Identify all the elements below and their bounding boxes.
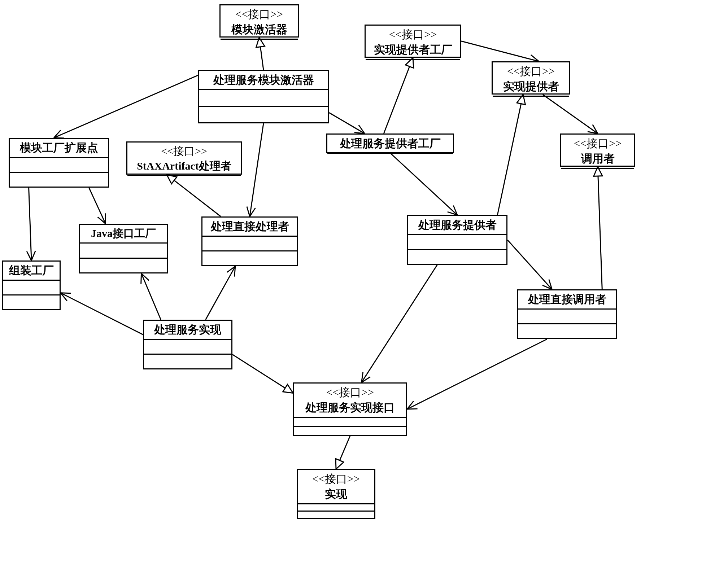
- class-name: 处理服务模块激活器: [202, 73, 325, 88]
- class-name: 调用者: [564, 151, 631, 166]
- edge-line: [362, 375, 367, 382]
- edge-line: [206, 275, 231, 320]
- edge-line: [141, 273, 145, 282]
- edge-line: [357, 129, 365, 133]
- class-name: 模块激活器: [223, 22, 295, 37]
- edge-line: [598, 176, 602, 289]
- uml-head: 处理直接调用者: [518, 290, 616, 310]
- arrow-assoc: [247, 207, 250, 216]
- uml-impl_provider_factory: <<接口>>实现提供者工厂: [365, 25, 461, 58]
- edge-line: [145, 282, 161, 320]
- edge-line: [62, 75, 198, 134]
- class-name: 实现: [301, 487, 371, 502]
- uml-java_interface_factory: Java接口工厂: [79, 224, 168, 273]
- uml-assembly_factory: 组装工厂: [2, 260, 61, 310]
- stereotype-label: <<接口>>: [301, 472, 371, 487]
- uml-head: 处理服务提供者: [408, 216, 506, 235]
- arrow-assoc: [235, 266, 235, 277]
- arrow-assoc: [141, 273, 141, 284]
- arrow-assoc: [61, 293, 67, 301]
- arrow-assoc: [448, 212, 457, 215]
- attributes: [144, 340, 231, 355]
- edge-line: [251, 123, 263, 207]
- edge-line: [415, 339, 547, 405]
- uml-head: 处理服务提供者工厂: [327, 135, 453, 154]
- operations: [298, 512, 374, 518]
- operations: [10, 173, 108, 187]
- uml-diagram: <<接口>>模块激活器<<接口>>实现提供者工厂<<接口>>实现提供者<<接口>…: [0, 0, 728, 565]
- attributes: [298, 504, 374, 512]
- edge-line: [546, 282, 552, 289]
- uml-module_factory_ext_point: 模块工厂扩展点: [9, 138, 109, 188]
- arrow-assoc: [54, 130, 61, 138]
- class-name: 处理服务提供者工厂: [330, 136, 450, 151]
- uml-head: 模块工厂扩展点: [10, 139, 108, 158]
- edge-line: [174, 180, 221, 216]
- arrow-assoc: [531, 55, 539, 61]
- uml-head: <<接口>>实现提供者: [493, 62, 569, 97]
- class-name: 处理服务实现: [147, 322, 228, 337]
- uml-head: <<接口>>实现: [298, 470, 374, 504]
- uml-module_activator: <<接口>>模块激活器: [219, 4, 299, 38]
- arrow-assoc: [227, 266, 235, 272]
- stereotype-label: <<接口>>: [130, 144, 238, 159]
- operations: [202, 251, 297, 265]
- edge-line: [407, 405, 415, 409]
- uml-process_service_impl: 处理服务实现: [143, 320, 232, 369]
- uml-process_service_provider_factory: 处理服务提供者工厂: [326, 133, 454, 153]
- uml-head: 处理服务模块激活器: [199, 71, 328, 90]
- attributes: [3, 281, 60, 295]
- attributes: [199, 90, 328, 107]
- uml-process_direct_processor: 处理直接处理者: [201, 216, 298, 266]
- edge-line: [390, 153, 450, 209]
- uml-head: <<接口>>模块激活器: [221, 5, 298, 40]
- class-name: Java接口工厂: [83, 226, 164, 241]
- uml-head: <<接口>>StAXArtifact处理者: [127, 143, 241, 176]
- edge-line: [231, 266, 235, 275]
- arrow-assoc: [453, 206, 457, 215]
- attributes: [80, 244, 167, 259]
- arrow-assoc: [362, 372, 363, 382]
- stereotype-label: <<接口>>: [369, 27, 457, 42]
- attributes: [518, 310, 616, 324]
- arrow-assoc: [362, 377, 370, 382]
- stereotype-label: <<接口>>: [564, 136, 631, 151]
- arrow-assoc: [61, 293, 71, 293]
- edge-line: [543, 95, 590, 128]
- class-name: 组装工厂: [6, 263, 57, 278]
- edge-line: [507, 240, 546, 282]
- arrow-assoc: [359, 125, 365, 133]
- arrow-assoc: [31, 251, 35, 260]
- uml-head: 组装工厂: [3, 262, 60, 281]
- operations: [3, 295, 60, 309]
- stereotype-label: <<接口>>: [496, 64, 566, 79]
- attributes: [202, 237, 297, 251]
- arrow-assoc: [98, 217, 106, 224]
- edge-line: [102, 215, 106, 224]
- arrow-inherit: [283, 385, 293, 393]
- edge-line: [384, 66, 409, 133]
- operations: [144, 355, 231, 368]
- uml-process_service_provider: 处理服务提供者: [407, 215, 507, 265]
- edge-line: [232, 355, 285, 388]
- edge-line: [69, 297, 143, 334]
- arrow-assoc: [27, 251, 31, 260]
- class-name: 实现提供者: [496, 79, 566, 94]
- operations: [199, 107, 328, 122]
- stereotype-label: <<接口>>: [297, 385, 403, 400]
- attributes: [408, 235, 506, 250]
- operations: [294, 427, 406, 435]
- edge-line: [31, 251, 31, 260]
- edge-line: [497, 104, 521, 215]
- class-name: 处理直接调用者: [521, 292, 613, 307]
- attributes: [294, 418, 406, 427]
- uml-invoker: <<接口>>调用者: [560, 133, 635, 167]
- uml-stax_artifact_processor: <<接口>>StAXArtifact处理者: [126, 141, 242, 175]
- uml-process_service_module_activator: 处理服务模块激活器: [198, 70, 329, 123]
- operations: [518, 324, 616, 338]
- operations: [408, 250, 506, 264]
- uml-process_direct_invoker: 处理直接调用者: [517, 289, 617, 339]
- edge-line: [61, 293, 69, 297]
- edge-line: [260, 47, 263, 70]
- uml-head: 处理服务实现: [144, 321, 231, 340]
